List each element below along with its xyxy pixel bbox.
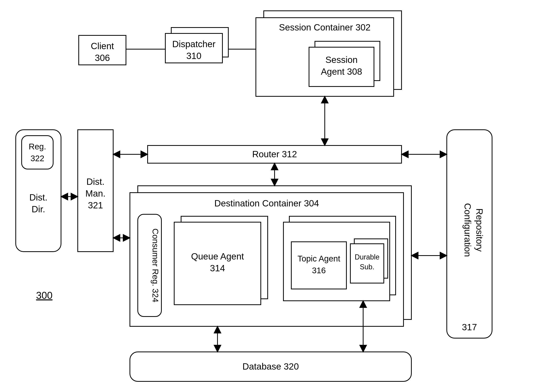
router-label: Router 312 (252, 149, 297, 159)
dispatcher-number: 310 (186, 51, 202, 61)
dispatcher-label: Dispatcher (172, 39, 215, 49)
dist-dir-label1: Dist. (29, 192, 48, 202)
architecture-diagram: Client 306 Dispatcher 310 Session Contai… (0, 0, 533, 392)
durable-sub-label1: Durable (355, 253, 380, 261)
topic-agent-label2: 316 (312, 266, 326, 275)
session-container-label: Session Container 302 (279, 22, 371, 33)
database-label: Database 320 (243, 361, 299, 372)
config-repo-number: 317 (462, 322, 477, 332)
dist-man-label1: Dist. (86, 177, 105, 187)
dest-container-label: Destination Container 304 (214, 198, 319, 208)
topic-agent-label1: Topic Agent (297, 254, 340, 263)
session-agent-label2: Agent 308 (321, 66, 362, 77)
reg-box (22, 136, 53, 169)
session-agent-label1: Session (325, 55, 358, 65)
durable-sub-label2: Sub. (360, 263, 374, 271)
figure-number: 300 (36, 290, 52, 301)
dist-man-label3: 321 (88, 200, 103, 210)
reg-label1: Reg. (29, 142, 46, 151)
config-repo-label2: Repository (474, 208, 485, 252)
dist-dir-label2: Dir. (32, 204, 45, 214)
queue-agent-label2: 314 (210, 263, 225, 273)
reg-label2: 322 (30, 154, 44, 163)
queue-agent-label1: Queue Agent (191, 251, 244, 261)
topic-agent-box (291, 242, 346, 289)
client-label: Client (91, 41, 114, 51)
consumer-reg-label: Consumer Reg. 324 (151, 229, 160, 302)
config-repo-label1: Configuration (462, 203, 473, 257)
client-number: 306 (95, 53, 110, 63)
dist-man-label2: Man. (86, 188, 105, 199)
